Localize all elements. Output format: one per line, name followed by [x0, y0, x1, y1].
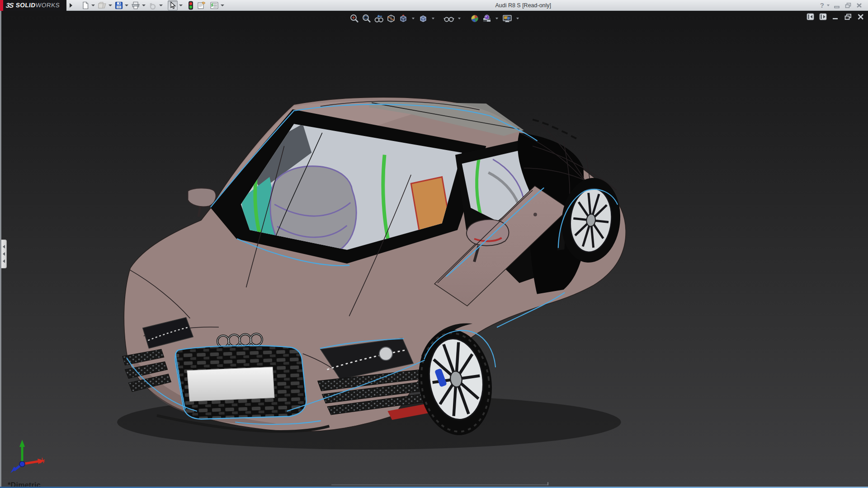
collapse-arrow-icon — [3, 245, 5, 249]
open-dropdown-caret[interactable] — [108, 5, 112, 6]
rebuild-button[interactable] — [188, 0, 194, 10]
apply-scene-button[interactable] — [481, 13, 492, 24]
undo-dropdown-caret[interactable] — [159, 5, 163, 6]
edit-appearance-icon — [470, 14, 480, 23]
main-toolbar — [81, 0, 226, 11]
view-orientation-label: *Dimetric — [8, 481, 41, 487]
open-folder-icon — [98, 1, 107, 9]
brand-text: SOLIDWORKS — [16, 2, 61, 9]
options-icon — [210, 1, 219, 9]
view-settings-caret[interactable] — [516, 18, 519, 19]
save-dropdown-caret[interactable] — [125, 5, 128, 6]
model-audi-r8 — [1, 11, 868, 487]
doc-close-button[interactable] — [857, 13, 864, 20]
menu-expand-arrow-icon[interactable] — [67, 1, 75, 10]
section-view-button[interactable] — [386, 13, 396, 24]
edit-appearance-button[interactable] — [469, 13, 480, 24]
new-button[interactable] — [81, 0, 90, 10]
featuremanager-collapsed-strip[interactable] — [1, 239, 7, 268]
statusbar-tick — [547, 482, 548, 485]
zoom-to-fit-button[interactable] — [349, 13, 360, 24]
display-style-button[interactable] — [418, 13, 429, 24]
display-style-caret[interactable] — [432, 18, 434, 19]
logo-red-stripe — [0, 0, 3, 11]
select-button[interactable] — [168, 0, 178, 10]
collapse-pane-left-button[interactable] — [807, 13, 814, 20]
new-document-icon — [81, 1, 90, 9]
solidworks-logo: 3S SOLIDWORKS — [0, 0, 66, 11]
print-button[interactable] — [131, 0, 141, 10]
view-settings-icon — [502, 14, 513, 23]
options-button[interactable] — [209, 0, 219, 10]
ds-logo-mark: 3S — [5, 1, 14, 9]
headsup-view-toolbar — [346, 12, 524, 25]
previous-view-icon — [374, 14, 384, 23]
hide-show-items-icon — [443, 14, 454, 23]
new-dropdown-caret[interactable] — [91, 5, 95, 6]
view-orientation-button[interactable] — [398, 13, 409, 24]
display-style-icon — [418, 14, 428, 23]
zoom-to-area-icon — [362, 14, 372, 23]
print-dropdown-caret[interactable] — [142, 5, 146, 6]
file-properties-icon — [197, 1, 206, 9]
help-button[interactable]: ? — [820, 1, 824, 9]
undo-button[interactable] — [148, 0, 158, 10]
collapse-arrow-icon — [3, 259, 5, 263]
undo-icon — [148, 1, 157, 9]
save-button[interactable] — [114, 0, 123, 10]
close-button[interactable] — [856, 2, 863, 9]
graphics-viewport[interactable]: *Dimetric — [0, 11, 868, 487]
apply-scene-icon — [482, 14, 492, 23]
print-icon — [131, 1, 140, 9]
section-view-icon — [386, 14, 396, 23]
hide-show-items-button[interactable] — [443, 13, 455, 24]
view-settings-button[interactable] — [501, 13, 513, 24]
previous-view-button[interactable] — [373, 13, 384, 24]
restore-button[interactable] — [844, 2, 852, 9]
save-icon — [115, 1, 123, 9]
window-controls: ? — [820, 1, 868, 9]
collapse-arrow-icon — [3, 252, 5, 256]
view-orientation-caret[interactable] — [412, 18, 415, 19]
window-title: Audi R8 S [Read-only] — [226, 2, 820, 9]
reference-triad — [9, 436, 47, 475]
zoom-to-fit-icon — [349, 14, 359, 23]
file-properties-button[interactable] — [197, 0, 207, 10]
select-cursor-icon — [169, 1, 177, 9]
minimize-button[interactable] — [834, 2, 840, 9]
view-orientation-icon — [398, 14, 408, 23]
help-dropdown-caret[interactable] — [827, 5, 830, 6]
open-button[interactable] — [97, 0, 107, 10]
options-dropdown-caret[interactable] — [221, 5, 224, 6]
collapse-pane-right-button[interactable] — [819, 13, 827, 20]
statusbar-notch — [331, 484, 548, 485]
select-dropdown-caret[interactable] — [179, 5, 183, 6]
hide-show-items-caret[interactable] — [458, 18, 461, 19]
titlebar: 3S SOLIDWORKS — [0, 0, 868, 11]
document-window-controls — [807, 13, 864, 20]
zoom-to-area-button[interactable] — [361, 13, 372, 24]
apply-scene-caret[interactable] — [495, 18, 498, 19]
doc-minimize-button[interactable] — [832, 13, 839, 20]
doc-restore-button[interactable] — [844, 13, 852, 20]
rebuild-traffic-light-icon — [188, 1, 193, 10]
license-plate — [187, 367, 275, 401]
